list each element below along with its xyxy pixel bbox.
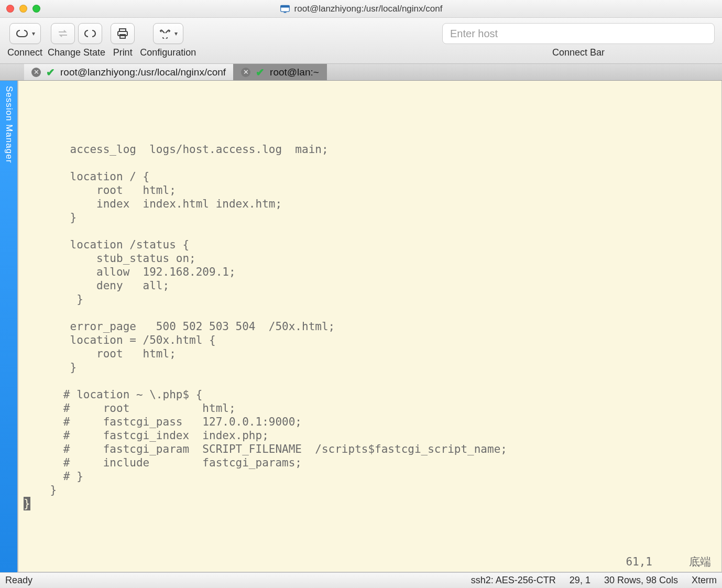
work-area: Session Manager access_log logs/host.acc…	[0, 81, 722, 572]
configuration-button[interactable]: ▾	[153, 23, 183, 44]
connect-label: Connect	[7, 47, 42, 58]
close-tab-icon[interactable]: ✕	[31, 68, 41, 77]
change-state-group: Change State	[48, 23, 105, 58]
close-tab-icon[interactable]: ✕	[241, 68, 250, 77]
configuration-group: ▾ Configuration	[140, 23, 196, 58]
app-icon	[280, 4, 290, 14]
terminal-line: root html;	[24, 184, 176, 197]
tab-inactive[interactable]: ✕ ✔ root@lan:~	[234, 64, 327, 80]
host-input[interactable]	[442, 23, 715, 44]
print-group: Print	[111, 23, 135, 58]
check-icon: ✔	[256, 66, 265, 79]
print-label: Print	[113, 47, 133, 58]
terminal[interactable]: access_log logs/host.access.log main; lo…	[18, 81, 722, 572]
terminal-line: allow 192.168.209.1;	[24, 266, 236, 278]
terminal-line: # }	[24, 470, 83, 483]
status-connection: ssh2: AES-256-CTR	[471, 575, 556, 586]
terminal-line: location /status {	[24, 238, 189, 251]
terminal-line: # fastcgi_index index.php;	[24, 429, 269, 442]
terminal-line: # fastcgi_pass 127.0.0.1:9000;	[24, 416, 302, 428]
chevron-down-icon: ▾	[174, 30, 178, 37]
change-state-label: Change State	[48, 47, 105, 58]
status-left: Ready	[5, 575, 32, 586]
terminal-line: index index.html index.htm;	[24, 198, 282, 210]
window-title-text: root@lanzhiyong:/usr/local/nginx/conf	[294, 4, 443, 14]
tabs-row: ✕ ✔ root@lanzhiyong:/usr/local/nginx/con…	[0, 64, 722, 81]
statusbar: Ready ssh2: AES-256-CTR 29, 1 30 Rows, 9…	[0, 572, 722, 588]
status-termtype: Xterm	[692, 575, 717, 586]
terminal-line: error_page 500 502 503 504 /50x.html;	[24, 320, 335, 333]
connect-group: ▾ Connect	[7, 23, 42, 58]
svg-rect-2	[283, 12, 286, 13]
tab-title: root@lan:~	[270, 67, 319, 78]
session-manager-handle[interactable]: Session Manager	[0, 81, 18, 572]
window-title: root@lanzhiyong:/usr/local/nginx/conf	[0, 4, 722, 14]
chevron-down-icon: ▾	[32, 30, 35, 37]
terminal-line: # root html;	[24, 402, 236, 415]
terminal-line: # location ~ \.php$ {	[24, 388, 202, 401]
check-icon: ✔	[46, 66, 55, 79]
vim-position: 61,1	[626, 555, 652, 569]
terminal-line: # fastcgi_param SCRIPT_FILENAME /scripts…	[24, 443, 507, 455]
vim-status: 61,1 底端	[626, 555, 711, 569]
terminal-line: root html;	[24, 347, 176, 360]
tab-title: root@lanzhiyong:/usr/local/nginx/conf	[60, 67, 226, 78]
toolbar: ▾ Connect Change State Print ▾	[0, 18, 722, 64]
terminal-line: access_log logs/host.access.log main;	[24, 143, 329, 156]
terminal-line: location / {	[24, 170, 149, 183]
terminal-line: # include fastcgi_params;	[24, 456, 302, 469]
connect-button[interactable]: ▾	[9, 23, 41, 44]
status-cursor: 29, 1	[570, 575, 590, 586]
terminal-line: deny all;	[24, 279, 169, 292]
connect-bar-group: Connect Bar	[442, 23, 715, 58]
disconnect-button[interactable]	[78, 23, 102, 44]
reconnect-button[interactable]	[51, 23, 75, 44]
print-button[interactable]	[111, 23, 135, 44]
terminal-cursor: }	[24, 497, 30, 510]
tab-active[interactable]: ✕ ✔ root@lanzhiyong:/usr/local/nginx/con…	[24, 64, 234, 80]
configuration-label: Configuration	[140, 47, 196, 58]
titlebar: root@lanzhiyong:/usr/local/nginx/conf	[0, 0, 722, 18]
vim-mode: 底端	[689, 555, 711, 569]
connect-bar-label: Connect Bar	[552, 47, 605, 58]
terminal-line: stub_status on;	[24, 252, 196, 265]
terminal-line: }	[24, 484, 57, 496]
status-dimensions: 30 Rows, 98 Cols	[604, 575, 678, 586]
svg-rect-1	[280, 5, 289, 7]
terminal-line: }	[24, 361, 76, 374]
terminal-line: location = /50x.html {	[24, 334, 216, 346]
terminal-line: }	[24, 293, 83, 306]
terminal-line: }	[24, 211, 76, 224]
